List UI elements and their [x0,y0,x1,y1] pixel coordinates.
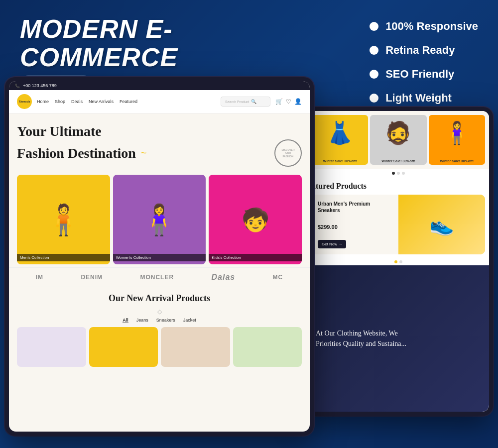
nav-bar: Threads Home Shop Deals New Arrivals Fea… [9,90,310,113]
get-now-button[interactable]: Get Now → [318,240,346,248]
rh-label-3: Winter Sale! 30%off! [429,159,485,163]
arrivals-grid [17,327,302,367]
womens-label: Women's Collection [113,254,206,261]
dot-2 [397,172,400,175]
hero-section: Your Ultimate Fashion Destination ~ DISC… [9,113,310,172]
dot-3 [402,172,405,175]
notification-bar: 📞 +00 123 456 789 [9,81,310,90]
circle-badge-text: DISCOVEROURFASHION [281,148,294,158]
featured-product-title: Urban Men's Premium Sneakers [318,201,392,214]
phone-icon: 📞 [15,84,20,88]
hero-title-line1: Your Ultimate [17,123,302,139]
mens-figure: 🧍 [17,175,110,264]
rh-label-1: Winter Sale! 30%off! [312,159,368,163]
search-placeholder-text: Search Product [225,100,249,104]
kids-label: Kids's Collection [209,254,302,261]
brand-mc: MC [273,274,283,281]
nav-link-shop[interactable]: Shop [55,99,65,104]
featured-card[interactable]: Urban Men's Premium Sneakers $299.00 Get… [312,195,485,254]
curl-decoration: ~ [141,147,147,159]
brand-moncler: MONCLER [140,274,174,281]
right-bottom: At Our Clothing Website, We Priorities Q… [308,265,489,412]
nav-links: Home Shop Deals New Arrivals Featured [37,99,216,104]
sneaker-emoji: 👟 [429,213,454,236]
circle-badge: DISCOVEROURFASHION [274,139,302,167]
arrival-card-1[interactable] [17,327,86,367]
featured-accent: 👟 [398,195,485,254]
cart-icon[interactable]: 🛒 [275,98,283,105]
fdot-1 [394,260,397,263]
screen-right-inner: 👗 Winter Sale! 30%off! 🧔 Winter Sale! 30… [308,111,489,412]
filter-jacket[interactable]: Jacket [183,318,196,323]
right-bottom-line1: At Our Clothing Website, We [316,328,406,338]
left-screen: 📞 +00 123 456 789 Threads Home Shop Deal… [9,81,310,432]
product-card-mens[interactable]: 🧍 Men's Collection [17,175,110,264]
logo-text: Threads [18,100,30,103]
dot-1 [392,172,395,175]
brand-denim: DENIM [81,274,103,281]
featured-info: Urban Men's Premium Sneakers $299.00 Get… [312,195,398,254]
product-card-womens[interactable]: 🧍‍♀️ Women's Collection [113,175,206,264]
featured-title-text: atured Products [312,182,367,190]
new-arrivals-title: Our New Arrival Products [17,293,302,304]
kids-figure: 🧒 [209,175,302,264]
arrival-card-3[interactable] [161,327,230,367]
nav-icons: 🛒 ♡ 👤 [275,98,302,105]
arrival-card-2[interactable] [89,327,158,367]
phone-number: +00 123 456 789 [23,83,57,88]
featured-section: atured Products Urban Men's Premium Snea… [308,178,489,258]
womens-figure: 🧍‍♀️ [113,175,206,264]
logo-badge: Threads [17,94,32,109]
rh-card-1[interactable]: 👗 Winter Sale! 30%off! [312,115,368,165]
product-grid: 🧍 Men's Collection 🧍‍♀️ Women's Collecti… [9,172,310,267]
device-right: 👗 Winter Sale! 30%off! 🧔 Winter Sale! 30… [304,107,493,416]
right-bottom-text: At Our Clothing Website, We Priorities Q… [316,328,406,349]
arrival-card-4[interactable] [233,327,302,367]
brand-row: IM DENIM MONCLER Dalas MC [9,267,310,287]
hero-title-line2: Fashion Destination [17,145,136,161]
feature-label-responsive: 100% Responsive [385,20,478,33]
search-bar[interactable]: Search Product 🔍 [221,97,270,107]
rh-label-2: Winter Sale! 30%off! [370,159,426,163]
search-icon: 🔍 [251,99,256,104]
screen-left-inner: 📞 +00 123 456 789 Threads Home Shop Deal… [9,81,310,432]
nav-link-home[interactable]: Home [37,99,49,104]
main-title: MODERN E-COMMERCE [20,15,309,72]
filter-jeans[interactable]: Jeans [136,318,148,323]
feature-label-retina: Retina Ready [385,44,455,57]
featured-price: $299.00 [318,224,392,230]
hero-dots [308,169,489,178]
product-card-kids[interactable]: 🧒 Kids's Collection [209,175,302,264]
hero-subtitle-row: Fashion Destination ~ DISCOVEROURFASHION [17,139,302,167]
rh-figure-1: 👗 [312,115,368,146]
right-bottom-line2: Priorities Quality and Sustaina... [316,338,406,349]
wishlist-icon[interactable]: ♡ [286,98,291,105]
featured-dots [308,258,489,265]
brand-dalas: Dalas [212,273,236,282]
filter-all[interactable]: All [123,318,128,323]
rh-card-2[interactable]: 🧔 Winter Sale! 30%off! [370,115,426,165]
mockups-container: 📞 +00 123 456 789 Threads Home Shop Deal… [0,77,498,448]
fdot-2 [399,260,402,263]
featured-image: 👟 [398,195,485,254]
filter-tabs: All Jeans Sneakers Jacket [17,318,302,323]
nav-link-deals[interactable]: Deals [71,99,83,104]
right-screen: 👗 Winter Sale! 30%off! 🧔 Winter Sale! 30… [308,111,489,412]
new-arrivals-section: Our New Arrival Products ◇ All Jeans Sne… [9,287,310,432]
feature-item-responsive: 100% Responsive [370,20,478,33]
rh-card-3[interactable]: 🧍‍♀️ Winter Sale! 30%off! [429,115,485,165]
nav-link-featured[interactable]: Featured [120,99,137,104]
feature-dot-retina [370,46,378,55]
filter-sneakers[interactable]: Sneakers [156,318,175,323]
device-left: 📞 +00 123 456 789 Threads Home Shop Deal… [5,77,314,436]
nav-link-newarrivals[interactable]: New Arrivals [89,99,114,104]
feature-item-retina: Retina Ready [370,44,478,57]
featured-title: atured Products [312,182,485,191]
rh-figure-2: 🧔 [370,115,426,146]
mens-label: Men's Collection [17,254,110,261]
right-hero-grid: 👗 Winter Sale! 30%off! 🧔 Winter Sale! 30… [308,111,489,169]
feature-dot-responsive [370,22,378,31]
brand-im: IM [36,274,43,281]
rh-figure-3: 🧍‍♀️ [429,115,485,146]
user-icon[interactable]: 👤 [294,98,302,105]
